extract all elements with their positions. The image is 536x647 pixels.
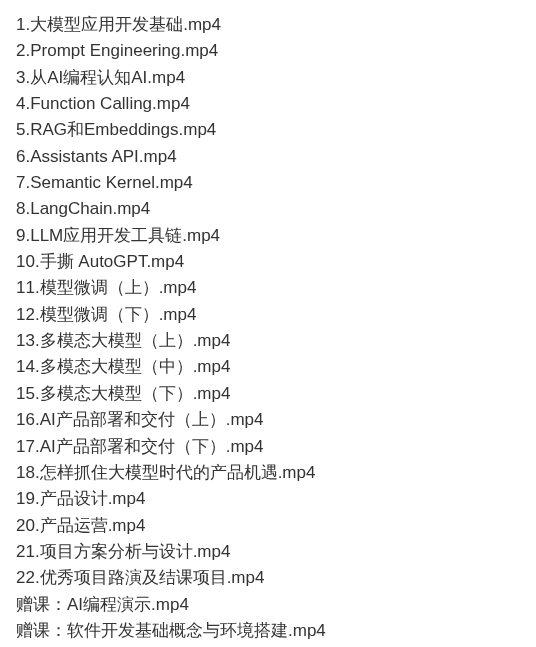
list-item: 22.优秀项目路演及结课项目.mp4 [16,565,520,591]
list-item: 1.大模型应用开发基础.mp4 [16,12,520,38]
list-item: 3.从AI编程认知AI.mp4 [16,65,520,91]
list-item: 13.多模态大模型（上）.mp4 [16,328,520,354]
list-item: 7.Semantic Kernel.mp4 [16,170,520,196]
list-item: 17.AI产品部署和交付（下）.mp4 [16,434,520,460]
list-item: 18.怎样抓住大模型时代的产品机遇.mp4 [16,460,520,486]
file-list: 1.大模型应用开发基础.mp4 2.Prompt Engineering.mp4… [16,12,520,644]
list-item: 赠课：AI编程演示.mp4 [16,592,520,618]
list-item: 2.Prompt Engineering.mp4 [16,38,520,64]
list-item: 14.多模态大模型（中）.mp4 [16,354,520,380]
list-item: 12.模型微调（下）.mp4 [16,302,520,328]
list-item: 4.Function Calling.mp4 [16,91,520,117]
list-item: 15.多模态大模型（下）.mp4 [16,381,520,407]
list-item: 16.AI产品部署和交付（上）.mp4 [16,407,520,433]
list-item: 11.模型微调（上）.mp4 [16,275,520,301]
list-item: 20.产品运营.mp4 [16,513,520,539]
list-item: 8.LangChain.mp4 [16,196,520,222]
list-item: 9.LLM应用开发工具链.mp4 [16,223,520,249]
list-item: 10.手撕 AutoGPT.mp4 [16,249,520,275]
list-item: 赠课：软件开发基础概念与环境搭建.mp4 [16,618,520,644]
list-item: 19.产品设计.mp4 [16,486,520,512]
list-item: 5.RAG和Embeddings.mp4 [16,117,520,143]
list-item: 6.Assistants API.mp4 [16,144,520,170]
list-item: 21.项目方案分析与设计.mp4 [16,539,520,565]
